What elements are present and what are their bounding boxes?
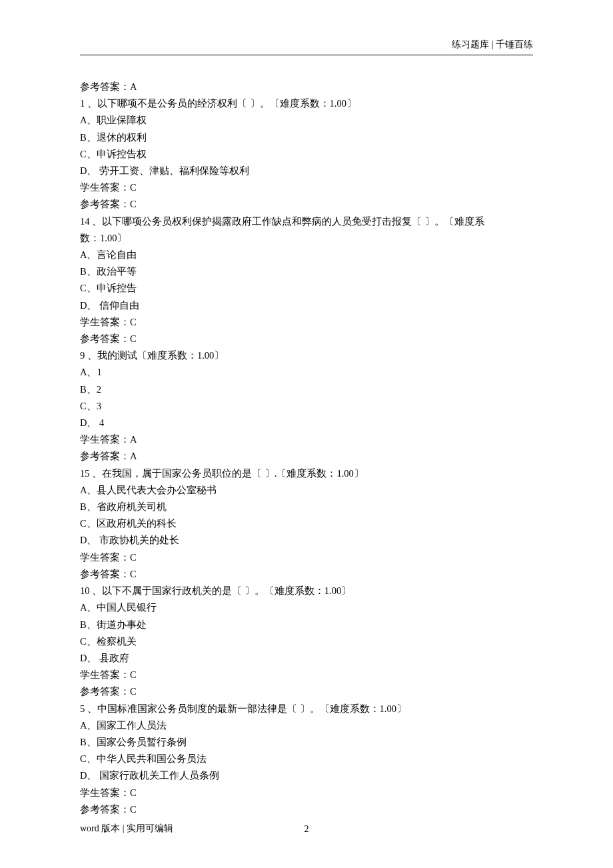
text-line: D、 4: [80, 415, 533, 431]
text-line: 参考答案：C: [80, 196, 533, 213]
text-line: A、1: [80, 364, 533, 381]
text-line: B、街道办事处: [80, 617, 533, 633]
text-line: C、中华人民共和国公务员法: [80, 751, 533, 767]
text-line: 14 、以下哪项公务员权利保护揭露政府工作缺点和弊病的人员免受打击报复〔 〕。〔…: [80, 213, 533, 230]
text-line: B、国家公务员暂行条例: [80, 734, 533, 751]
footer-page-number: 2: [305, 824, 309, 835]
text-line: 10 、以下不属于国家行政机关的是〔 〕。〔难度系数：1.00〕: [80, 583, 533, 599]
text-line: A、职业保障权: [80, 112, 533, 129]
text-line: D、 国家行政机关工作人员条例: [80, 767, 533, 784]
text-line: 学生答案：C: [80, 179, 533, 196]
text-line: C、3: [80, 398, 533, 415]
text-line: C、申诉控告权: [80, 146, 533, 163]
text-line: 15 、在我国，属于国家公务员职位的是〔 〕.〔难度系数：1.00〕: [80, 465, 533, 482]
text-line: C、区政府机关的科长: [80, 515, 533, 532]
text-line: 参考答案：C: [80, 801, 533, 818]
text-line: C、申诉控告: [80, 280, 533, 297]
document-content: 参考答案：A 1 、以下哪项不是公务员的经济权利〔 〕。〔难度系数：1.00〕 …: [80, 79, 533, 818]
text-line: 参考答案：A: [80, 79, 533, 95]
text-line: 参考答案：C: [80, 683, 533, 700]
text-line: 学生答案：C: [80, 314, 533, 331]
header-divider: [80, 55, 533, 55]
text-line: B、2: [80, 381, 533, 398]
text-line: B、退休的权利: [80, 129, 533, 146]
text-line: 学生答案：C: [80, 785, 533, 801]
page-container: 练习题库 | 千锤百练 参考答案：A 1 、以下哪项不是公务员的经济权利〔 〕。…: [0, 0, 613, 868]
text-line: 1 、以下哪项不是公务员的经济权利〔 〕。〔难度系数：1.00〕: [80, 95, 533, 112]
text-line: B、政治平等: [80, 263, 533, 280]
text-line: 学生答案：A: [80, 431, 533, 448]
text-line: D、 县政府: [80, 650, 533, 667]
text-line: A、国家工作人员法: [80, 717, 533, 734]
footer-left-text: word 版本 | 实用可编辑: [80, 823, 173, 835]
text-line: A、言论自由: [80, 247, 533, 263]
text-line: B、省政府机关司机: [80, 499, 533, 515]
text-line: D、 信仰自由: [80, 297, 533, 314]
text-line: C、检察机关: [80, 633, 533, 650]
text-line: D、 劳开工资、津贴、福利保险等权利: [80, 163, 533, 179]
text-line: 参考答案：C: [80, 331, 533, 347]
text-line: D、 市政协机关的处长: [80, 532, 533, 549]
text-line: A、县人民代表大会办公室秘书: [80, 482, 533, 499]
text-line: 数：1.00〕: [80, 230, 533, 247]
text-line: 5 、中国标准国家公务员制度的最新一部法律是〔 〕。〔难度系数：1.00〕: [80, 701, 533, 717]
header-right-text: 练习题库 | 千锤百练: [452, 39, 533, 51]
text-line: 参考答案：C: [80, 566, 533, 583]
text-line: A、中国人民银行: [80, 599, 533, 616]
text-line: 9 、我的测试〔难度系数：1.00〕: [80, 347, 533, 364]
text-line: 参考答案：A: [80, 448, 533, 465]
text-line: 学生答案：C: [80, 667, 533, 683]
text-line: 学生答案：C: [80, 549, 533, 566]
